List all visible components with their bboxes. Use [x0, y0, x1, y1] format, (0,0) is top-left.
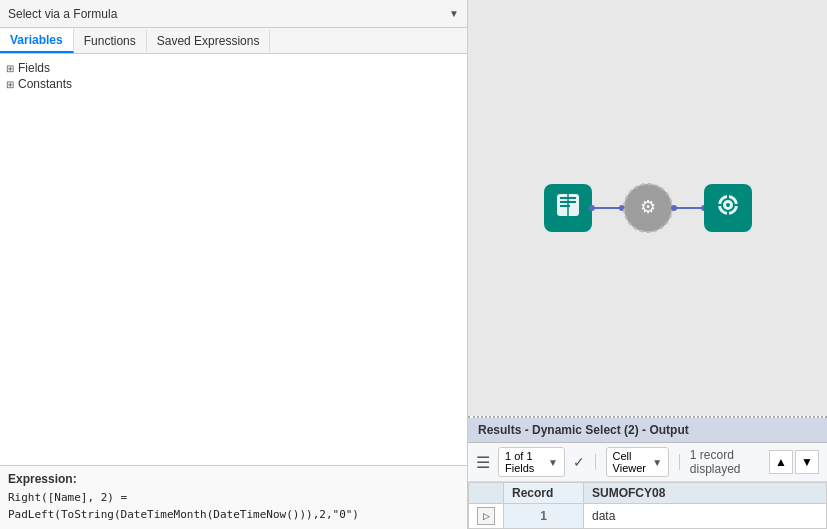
fields-dropdown-arrow: ▼: [548, 457, 558, 468]
variables-panel: ⊞ Fields ⊞ Constants: [0, 54, 467, 465]
node-input[interactable]: [544, 184, 592, 232]
row-number: 1: [504, 504, 584, 529]
col-header-icon: [469, 483, 504, 504]
table-icon: ☰: [476, 453, 490, 472]
constants-label: Constants: [18, 77, 72, 91]
tree-item-constants[interactable]: ⊞ Constants: [6, 76, 461, 92]
nav-arrows: ▲ ▼: [769, 450, 819, 474]
fields-label: Fields: [18, 61, 50, 75]
tabs-row: Variables Functions Saved Expressions: [0, 28, 467, 54]
right-panel: ⚙: [468, 0, 827, 529]
separator-1: [595, 454, 596, 470]
expression-section: Expression: Right([Name], 2) = PadLeft(T…: [0, 465, 467, 529]
expression-label: Expression:: [8, 472, 459, 486]
results-header: Results - Dynamic Select (2) - Output: [468, 418, 827, 443]
results-panel: Results - Dynamic Select (2) - Output ☰ …: [468, 416, 827, 529]
node-formula-container[interactable]: ⚙: [622, 182, 674, 234]
col-header-record: Record: [504, 483, 584, 504]
connector-2: [674, 207, 704, 209]
col-header-sumofcy08: SUMOFCY08: [584, 483, 827, 504]
browse-icon: [713, 190, 743, 226]
left-panel: Select via a Formula ▼ Variables Functio…: [0, 0, 468, 529]
records-displayed-label: 1 record displayed: [690, 448, 761, 476]
check-icon: ✓: [573, 454, 585, 470]
cell-viewer-selector[interactable]: Cell Viewer ▼: [606, 447, 670, 477]
cell-viewer-label: Cell Viewer: [613, 450, 650, 474]
workflow-nodes: ⚙: [544, 182, 752, 234]
row-icon-cell[interactable]: ▷: [469, 504, 504, 529]
expand-icon-constants: ⊞: [6, 79, 14, 90]
tab-variables[interactable]: Variables: [0, 29, 74, 53]
tree-item-fields[interactable]: ⊞ Fields: [6, 60, 461, 76]
nav-up-button[interactable]: ▲: [769, 450, 793, 474]
connector-1: [592, 207, 622, 209]
tab-saved-expressions[interactable]: Saved Expressions: [147, 30, 271, 52]
fields-count-label: 1 of 1 Fields: [505, 450, 545, 474]
results-table: Record SUMOFCY08 ▷ 1 data: [468, 482, 827, 529]
node-browse[interactable]: [704, 184, 752, 232]
svg-text:⚙: ⚙: [640, 197, 656, 217]
viewer-dropdown-arrow: ▼: [652, 457, 662, 468]
expand-icon-fields: ⊞: [6, 63, 14, 74]
formula-select-arrow: ▼: [449, 8, 459, 19]
workflow-area: ⚙: [468, 0, 827, 416]
expression-line1: Right([Name], 2) = PadLeft(ToString(Date…: [8, 490, 459, 523]
fields-selector[interactable]: 1 of 1 Fields ▼: [498, 447, 565, 477]
book-icon: [553, 190, 583, 226]
results-toolbar: ☰ 1 of 1 Fields ▼ ✓ Cell Viewer ▼ 1 reco…: [468, 443, 827, 482]
separator-2: [679, 454, 680, 470]
tab-functions[interactable]: Functions: [74, 30, 147, 52]
formula-node-svg: ⚙: [622, 182, 674, 234]
table-row: ▷ 1 data: [469, 504, 827, 529]
row-expand-icon[interactable]: ▷: [477, 507, 495, 525]
nav-down-button[interactable]: ▼: [795, 450, 819, 474]
formula-select-bar[interactable]: Select via a Formula ▼: [0, 0, 467, 28]
formula-select-label: Select via a Formula: [8, 7, 117, 21]
row-data-value: data: [584, 504, 827, 529]
svg-point-9: [726, 203, 730, 207]
